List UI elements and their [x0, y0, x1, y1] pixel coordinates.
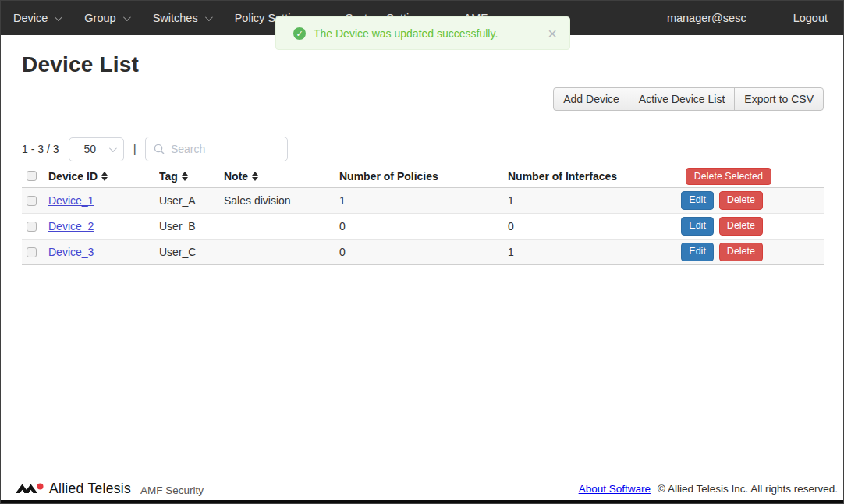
allied-telesis-logo: [15, 481, 44, 495]
brand-name: Allied Telesis: [49, 481, 131, 497]
column-header-policies: Number of Policies: [339, 170, 508, 183]
column-label: Device ID: [48, 170, 98, 183]
chevron-down-icon: [123, 13, 131, 21]
export-to-csv-button[interactable]: Export to CSV: [734, 87, 824, 111]
toast-message: The Device was updated successfully.: [314, 27, 548, 40]
device-link[interactable]: Device_3: [48, 246, 94, 258]
chevron-down-icon: [205, 13, 213, 21]
page-size-select[interactable]: 50: [69, 137, 124, 161]
chevron-down-icon: [109, 144, 117, 152]
delete-button[interactable]: Delete: [719, 243, 763, 261]
add-device-button[interactable]: Add Device: [553, 87, 629, 111]
tag-cell: User_B: [159, 220, 224, 232]
nav-item-group[interactable]: Group: [84, 12, 128, 24]
device-link[interactable]: Device_1: [48, 194, 94, 207]
delete-button[interactable]: Delete: [719, 217, 763, 236]
interfaces-cell: 1: [508, 194, 676, 207]
row-checkbox[interactable]: [27, 196, 37, 206]
column-header-interfaces: Number of Interfaces: [508, 170, 676, 183]
nav-item-label: Group: [84, 12, 115, 24]
about-software-link[interactable]: About Software: [579, 483, 651, 495]
edit-button[interactable]: Edit: [681, 191, 714, 210]
footer-links: About Software © Allied Telesis Inc. All…: [579, 483, 838, 495]
pagination-range: 1 - 3 / 3: [22, 143, 59, 155]
interfaces-cell: 0: [508, 220, 676, 232]
delete-button[interactable]: Delete: [719, 191, 763, 210]
nav-item-label: Switches: [153, 12, 198, 24]
page-title: Device List: [22, 52, 139, 77]
nav-item-label: Device: [13, 12, 48, 24]
edit-button[interactable]: Edit: [681, 243, 714, 261]
column-label: Tag: [159, 170, 178, 183]
copyright-text: © Allied Telesis Inc. All rights reserve…: [658, 483, 838, 495]
note-cell: Sales division: [224, 194, 339, 207]
nav-item-device[interactable]: Device: [13, 12, 60, 24]
column-label: Number of Policies: [339, 170, 438, 183]
logout-label: Logout: [793, 12, 828, 24]
tag-cell: User_C: [159, 246, 224, 258]
search-icon: [154, 144, 165, 154]
sort-icon: [182, 172, 188, 181]
policies-cell: 1: [339, 194, 508, 207]
sort-icon: [252, 172, 258, 181]
table-row: Device_2 User_B 0 0 Edit Delete: [22, 214, 824, 240]
list-controls: 1 - 3 / 3 50 |: [22, 136, 288, 162]
nav-item-switches[interactable]: Switches: [153, 12, 211, 24]
active-device-list-button[interactable]: Active Device List: [629, 87, 735, 111]
tag-cell: User_A: [159, 194, 224, 207]
success-toast: ✓ The Device was updated successfully. ×: [275, 16, 570, 50]
footer-brand: Allied Telesis AMF Security: [15, 481, 204, 497]
policies-cell: 0: [339, 246, 508, 258]
table-header-row: Device ID Tag Note Number of Policies Nu…: [22, 165, 824, 188]
product-name: AMF Security: [140, 484, 204, 496]
column-header-device-id[interactable]: Device ID: [48, 170, 159, 183]
delete-selected-button[interactable]: Delete Selected: [686, 168, 771, 185]
edit-button[interactable]: Edit: [681, 217, 714, 236]
column-header-tag[interactable]: Tag: [159, 170, 224, 183]
device-table: Device ID Tag Note Number of Policies Nu…: [22, 165, 824, 265]
logout-button[interactable]: Logout: [793, 12, 828, 24]
page-size-value: 50: [83, 143, 96, 155]
sort-icon: [101, 172, 108, 181]
user-account-label: manager@sesc: [667, 12, 746, 24]
column-label: Number of Interfaces: [508, 170, 617, 183]
select-all-checkbox[interactable]: [27, 171, 37, 181]
close-icon[interactable]: ×: [548, 26, 557, 41]
page-action-buttons: Add Device Active Device List Export to …: [553, 87, 824, 111]
controls-divider: |: [133, 141, 136, 157]
search-input[interactable]: [171, 143, 312, 155]
row-checkbox[interactable]: [27, 247, 37, 257]
interfaces-cell: 1: [508, 246, 676, 258]
chevron-down-icon: [55, 13, 62, 21]
column-header-note[interactable]: Note: [224, 170, 339, 183]
page-footer: Allied Telesis AMF Security About Softwa…: [1, 477, 843, 500]
device-link[interactable]: Device_2: [48, 220, 94, 232]
table-row: Device_3 User_C 0 1 Edit Delete: [22, 240, 824, 265]
success-check-icon: ✓: [293, 27, 306, 40]
row-checkbox[interactable]: [27, 222, 37, 232]
table-row: Device_1 User_A Sales division 1 1 Edit …: [22, 188, 824, 214]
policies-cell: 0: [339, 220, 508, 232]
column-label: Note: [224, 170, 248, 183]
nav-account-area: manager@sesc Logout: [667, 12, 828, 24]
window-bottom-edge: [1, 500, 843, 503]
search-box: [145, 137, 288, 161]
app-window: Device Group Switches Policy Settings Sy…: [0, 0, 844, 504]
